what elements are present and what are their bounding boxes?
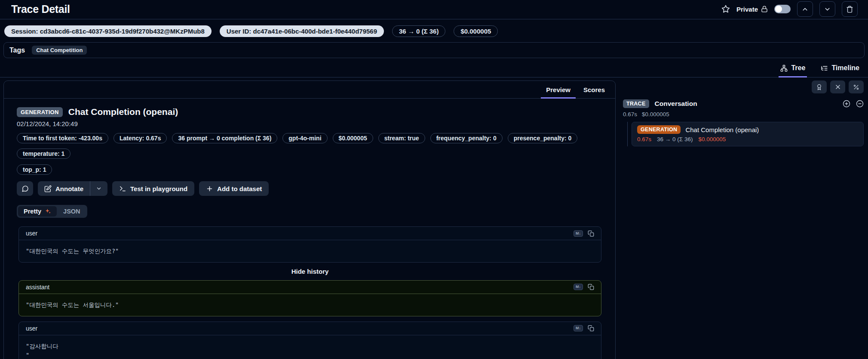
trace-root-row[interactable]: TRACE Conversation: [623, 99, 864, 108]
observation-type-badge: GENERATION: [17, 107, 63, 117]
add-to-dataset-button[interactable]: Add to dataset: [199, 181, 269, 196]
annotate-button[interactable]: Annotate: [38, 181, 90, 196]
trace-type-badge: TRACE: [623, 99, 649, 108]
messages-list: user M↓ "대한민국의 수도는 무엇인가요?" Hide history …: [18, 226, 601, 359]
tag-chip[interactable]: Chat Competition: [32, 46, 87, 55]
trace-meta-badges: Session: cd3abcd6-c81c-4037-935d-19d9f27…: [0, 19, 868, 37]
observation-header: GENERATION Chat Completion (openai): [17, 107, 602, 117]
message-header: assistant M↓: [19, 281, 601, 294]
terminal-icon: [119, 185, 126, 192]
annotate-split-button: Annotate: [38, 181, 107, 196]
annotate-dropdown-button[interactable]: [90, 181, 107, 196]
pill-frequency-penalty: frequency_penalty: 0: [430, 133, 503, 143]
tree-item-metrics: 0.67s 36 → 0 (Σ 36) $0.000005: [637, 136, 858, 142]
privacy-label: Private: [736, 6, 768, 13]
header-actions: Private: [721, 1, 858, 17]
user-id-badge[interactable]: User ID: dc47a41e-06bc-400d-bde1-f0e440d…: [220, 25, 384, 37]
message-tools: M↓: [574, 230, 594, 237]
item-latency: 0.67s: [637, 136, 651, 142]
show-scores-button[interactable]: [812, 80, 827, 93]
pill-token-usage: 36 prompt → 0 completion (Σ 36): [172, 133, 277, 143]
message-role: user: [26, 230, 37, 237]
public-toggle[interactable]: [774, 5, 791, 13]
chevron-down-icon: [824, 6, 831, 13]
tree-item-title: Chat Completion (openai): [685, 126, 759, 133]
delete-trace-button[interactable]: [842, 1, 858, 17]
message-header: user M↓: [19, 227, 601, 240]
pill-time-to-first-token: Time to first token: -423.00s: [17, 133, 108, 143]
actions-row: Annotate Test in playground Add to datas…: [17, 181, 602, 196]
observation-timestamp: 02/12/2024, 14:20:49: [17, 120, 602, 127]
format-pretty[interactable]: Pretty: [18, 206, 57, 217]
hide-history-button[interactable]: Hide history: [18, 268, 601, 275]
message-role: assistant: [26, 284, 49, 291]
copy-icon[interactable]: [588, 325, 594, 331]
markdown-toggle-icon[interactable]: M↓: [574, 325, 583, 331]
observation-title: Chat Completion (openai): [68, 107, 178, 117]
markdown-toggle-icon[interactable]: M↓: [574, 284, 583, 290]
expand-all-icon[interactable]: [843, 100, 850, 108]
next-trace-button[interactable]: [819, 1, 835, 17]
percent-icon: [853, 84, 859, 90]
comment-icon: [21, 185, 29, 192]
copy-icon[interactable]: [588, 230, 594, 237]
format-json[interactable]: JSON: [58, 206, 86, 217]
message-content: "감사합니다 ": [19, 335, 601, 359]
view-tabs: Tree Timeline: [0, 58, 868, 77]
annotate-icon: [44, 185, 52, 192]
tree-item-generation[interactable]: GENERATION Chat Completion (openai) 0.67…: [632, 122, 864, 146]
collapse-node-icon[interactable]: [856, 100, 864, 108]
indent-guide: [627, 122, 628, 146]
item-tokens: 36 → 0 (Σ 36): [657, 136, 693, 142]
show-percentages-button[interactable]: [849, 80, 864, 93]
pill-stream: stream: true: [378, 133, 425, 143]
cost-badge: $0.000005: [454, 25, 498, 37]
sparkles-icon: [44, 208, 51, 215]
tab-preview[interactable]: Preview: [541, 83, 576, 99]
trace-cost: $0.000005: [642, 111, 669, 118]
tree-toolbar: [623, 80, 864, 93]
playground-button[interactable]: Test in playground: [112, 181, 194, 196]
message-user-1: user M↓ "대한민국의 수도는 무엇인가요?": [18, 226, 601, 263]
tab-tree[interactable]: Tree: [779, 64, 807, 77]
timeline-icon: [821, 65, 828, 72]
collapse-all-button[interactable]: [830, 80, 845, 93]
message-user-2: user M↓ "감사합니다 ": [18, 322, 601, 359]
page-title: Trace Detail: [11, 3, 70, 15]
trace-tree-panel: TRACE Conversation 0.67s $0.000005 GENER…: [623, 80, 864, 146]
metric-pills-row-2: top_p: 1: [17, 164, 602, 175]
message-tools: M↓: [574, 325, 594, 331]
format-toggle: Pretty JSON: [17, 205, 87, 218]
observation-panel: Preview Scores GENERATION Chat Completio…: [3, 80, 616, 359]
trace-title: Conversation: [655, 100, 697, 108]
pill-model: gpt-4o-mini: [282, 133, 327, 143]
plus-icon: [206, 185, 213, 192]
tags-container[interactable]: Tags Chat Competition: [3, 42, 865, 58]
copy-icon[interactable]: [588, 284, 594, 290]
generation-type-badge: GENERATION: [637, 125, 681, 134]
main-area: Preview Scores GENERATION Chat Completio…: [0, 77, 868, 359]
message-role: user: [26, 325, 37, 332]
trace-latency: 0.67s: [623, 111, 637, 118]
message-content: "대한민국의 수도는 서울입니다.": [19, 294, 601, 316]
message-content: "대한민국의 수도는 무엇인가요?": [19, 240, 601, 262]
pill-latency: Latency: 0.67s: [113, 133, 167, 143]
tree-item-row: GENERATION Chat Completion (openai) 0.67…: [623, 122, 864, 146]
tree-icon: [780, 65, 788, 72]
panel-tabs: Preview Scores: [4, 81, 615, 99]
prev-trace-button[interactable]: [797, 1, 813, 17]
pill-temperature: temperature: 1: [17, 149, 71, 159]
toggle-knob: [775, 6, 782, 12]
pill-top-p: top_p: 1: [17, 164, 52, 175]
tab-scores[interactable]: Scores: [578, 83, 610, 99]
tab-timeline[interactable]: Timeline: [819, 64, 861, 77]
star-icon[interactable]: [721, 5, 730, 13]
trash-icon: [846, 6, 853, 13]
item-cost: $0.000005: [698, 136, 726, 142]
chevron-down-icon: [96, 186, 102, 192]
comment-button[interactable]: [17, 181, 33, 196]
session-badge[interactable]: Session: cd3abcd6-c81c-4037-935d-19d9f27…: [4, 25, 212, 37]
chevron-up-icon: [801, 6, 809, 13]
tree-item-header: GENERATION Chat Completion (openai): [637, 125, 858, 134]
markdown-toggle-icon[interactable]: M↓: [574, 230, 583, 237]
